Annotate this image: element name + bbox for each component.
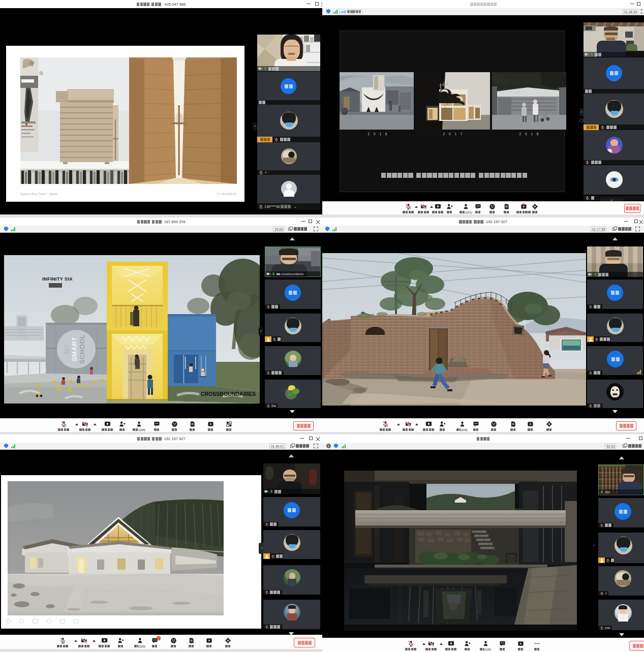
svg-text:MY: MY [63, 344, 71, 354]
svg-text:INFINITY SIX: INFINITY SIX [42, 276, 73, 282]
svg-text:SCHOOL: SCHOOL [78, 334, 86, 364]
svg-text:CROSSBOUNDARIES: CROSSBOUNDARIES [201, 391, 256, 397]
svg-text:SMART: SMART [71, 337, 78, 362]
